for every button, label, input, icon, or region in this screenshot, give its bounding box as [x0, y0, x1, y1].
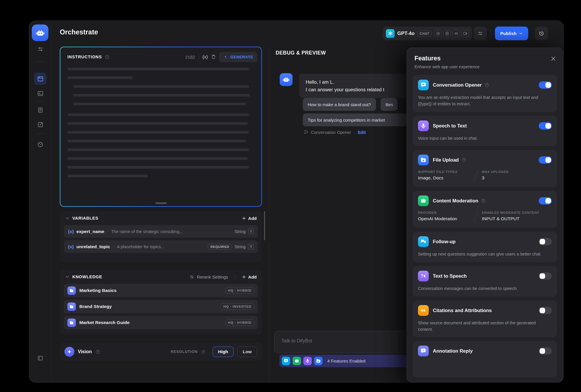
help-icon[interactable] — [461, 158, 466, 162]
model-selector[interactable]: GPT-4o CHAT — [383, 27, 472, 40]
chevron-down-icon — [519, 31, 523, 36]
resize-handle[interactable] — [155, 202, 167, 204]
logs-icon — [37, 107, 44, 113]
suggestion-chip[interactable]: Tips for analyzing competitors in market — [303, 113, 411, 126]
string-type-icon: T — [248, 229, 254, 234]
feature-toggle-speech-to-text[interactable] — [539, 122, 552, 130]
history-icon — [538, 30, 545, 36]
help-icon[interactable] — [201, 350, 206, 354]
resolution-low-button[interactable]: Low — [237, 346, 257, 357]
skeleton-text-line — [67, 140, 246, 142]
meta-divider — [469, 211, 482, 223]
add-label: Add — [248, 216, 257, 221]
knowledge-section: KNOWLEDGE Rerank Settings Add Marketing … — [60, 270, 262, 335]
feature-toggle-content-moderation[interactable] — [539, 197, 552, 204]
meta-value: OpenAI Moderation — [418, 216, 469, 221]
dataset-mode-badge: HQ · INVERTED — [220, 303, 254, 310]
close-icon[interactable] — [550, 55, 556, 62]
feature-toggle-text-to-speech[interactable] — [539, 272, 552, 280]
skeleton-text-line — [67, 157, 248, 160]
feature-name: Content Moderation — [433, 198, 478, 204]
sidebar-item-annotation[interactable] — [34, 118, 46, 131]
copy-icon[interactable] — [211, 54, 216, 60]
feature-toggle-follow-up[interactable] — [539, 238, 552, 245]
variable-name: expert_name — [76, 229, 104, 234]
sidebar-item-gauge[interactable] — [34, 138, 46, 150]
collapse-panel-icon — [37, 355, 43, 361]
variable-row[interactable]: {x} expert_name · The name of the strate… — [64, 225, 258, 238]
feature-toggle-annotation-reply[interactable] — [539, 347, 552, 355]
audio-icon — [452, 30, 460, 37]
dataset-mode-badge: HQ · HYBRID — [225, 319, 254, 326]
vision-feature-icon — [64, 347, 74, 357]
knowledge-row[interactable]: Brand Strategy HQ · INVERTED — [64, 300, 258, 313]
file-upload-icon — [314, 357, 323, 365]
feature-name: File Upload — [433, 157, 459, 163]
generate-button[interactable]: GENERATE — [219, 52, 257, 62]
feature-description: Setting up next questions suggestion can… — [418, 251, 552, 258]
sidebar-divider — [36, 61, 45, 62]
dataset-icon — [67, 302, 76, 311]
feature-description: Voice input can be used in chat. — [418, 135, 552, 142]
required-badge: REQUIRED — [208, 244, 232, 250]
dataset-icon — [67, 286, 76, 295]
features-panel-title: Features — [414, 55, 555, 62]
feature-description: Show source document and attributed sect… — [418, 320, 552, 333]
sidebar-nav — [29, 21, 51, 382]
help-icon[interactable] — [481, 198, 486, 203]
sidebar-item-logs[interactable] — [34, 104, 46, 116]
resolution-high-button[interactable]: High — [213, 346, 234, 357]
feature-toggle-conversation-opener[interactable] — [539, 81, 552, 89]
scrollbar-thumb[interactable] — [264, 211, 265, 240]
feature-toggle-citations[interactable] — [539, 307, 552, 314]
sidebar-collapse-button[interactable] — [34, 352, 46, 364]
history-button[interactable] — [535, 27, 548, 40]
feature-meta-item: SUPPORT FILE TYPES Image, Docs — [418, 170, 469, 182]
meta-value: Image, Docs — [418, 175, 469, 181]
rerank-settings-button[interactable]: Rerank Settings — [189, 274, 228, 279]
suggestion-chip[interactable]: Bes — [381, 98, 398, 111]
vision-icon — [434, 30, 442, 37]
variables-section: VARIABLES Add {x} expert_name · The name… — [60, 211, 262, 262]
edit-opener-link[interactable]: Edit — [358, 130, 366, 135]
help-icon[interactable] — [105, 55, 110, 60]
follow-up-icon — [418, 236, 429, 247]
robot-icon — [282, 76, 290, 84]
sidebar-item-sliders[interactable] — [34, 43, 46, 55]
feature-toggle-file-upload[interactable] — [539, 156, 552, 164]
app-avatar[interactable] — [32, 24, 48, 41]
variables-label: VARIABLES — [72, 216, 98, 220]
chevron-down-icon[interactable] — [65, 274, 70, 279]
sidebar-item-window[interactable] — [34, 73, 46, 85]
string-type-icon: T — [248, 244, 254, 249]
knowledge-label: KNOWLEDGE — [72, 274, 102, 279]
add-variable-button[interactable]: Add — [242, 216, 257, 221]
content-moderation-icon — [418, 195, 429, 206]
help-icon[interactable] — [95, 349, 100, 354]
feature-description: Conversation messages can be converted t… — [418, 286, 552, 292]
prompt-editor-area[interactable] — [67, 68, 254, 183]
feature-card-citations: Citations and Attributions Show source d… — [413, 300, 557, 337]
variable-row[interactable]: {x} unrelated_topic · A placeholder for … — [64, 240, 258, 253]
sliders-icon — [37, 46, 44, 52]
variable-name: unrelated_topic — [76, 244, 110, 249]
publish-button[interactable]: Publish — [495, 27, 528, 40]
publish-label: Publish — [500, 31, 517, 36]
chat-bubble-icon — [303, 130, 308, 135]
insert-variable-icon[interactable]: {x} — [202, 55, 208, 59]
sidebar-item-terminal[interactable] — [34, 87, 46, 99]
feature-description: You are an entity extraction model that … — [418, 94, 552, 107]
chevron-down-icon[interactable] — [65, 216, 70, 220]
add-knowledge-button[interactable]: Add — [242, 274, 257, 279]
knowledge-row[interactable]: Market Research Guide HQ · HYBRID — [64, 316, 258, 329]
content-moderation-icon — [293, 357, 301, 365]
suggestion-chip[interactable]: How to make a brand stand out? — [303, 98, 376, 111]
model-params-button[interactable] — [474, 27, 487, 40]
sidebar-divider — [36, 133, 45, 134]
knowledge-row[interactable]: Marketing Basics HQ · HYBRID — [64, 284, 258, 297]
skeleton-text-line — [67, 76, 133, 79]
char-count: 2182 — [185, 55, 195, 60]
window-icon — [37, 76, 44, 82]
help-icon[interactable] — [484, 83, 489, 88]
feature-name: Speech to Text — [433, 123, 467, 129]
